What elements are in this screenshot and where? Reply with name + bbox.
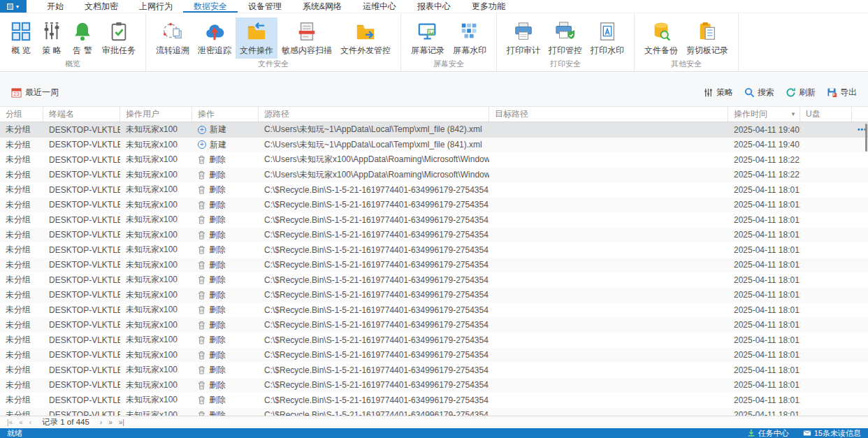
column-header-operation[interactable]: 操作 <box>192 107 259 122</box>
table-row[interactable]: 未分组DESKTOP-VLKTLE1未知玩家x100删除C:\$Recycle.… <box>0 393 868 408</box>
ribbon-item-overview[interactable]: 概 览 <box>6 17 36 59</box>
ribbon-item-file-operations[interactable]: 文件操作 <box>236 17 277 59</box>
tab-start[interactable]: 开始 <box>36 0 74 13</box>
column-header-source-path[interactable]: 源路径 <box>259 107 489 122</box>
column-header-target-path[interactable]: 目标路径 <box>489 107 728 122</box>
cell-terminal: DESKTOP-VLKTLE1 <box>43 260 120 270</box>
table-row[interactable]: 未分组DESKTOP-VLKTLE1未知玩家x100删除C:\$Recycle.… <box>0 363 868 378</box>
first-page-button[interactable]: |« <box>6 418 14 426</box>
tab-more-features[interactable]: 更多功能 <box>461 0 516 13</box>
prev-page-button[interactable]: ‹ <box>28 418 33 426</box>
column-header-terminal[interactable]: 终端名 <box>43 107 120 122</box>
cell-operation-time: 2025-04-11 18:01:38 <box>728 185 800 195</box>
table-row[interactable]: 未分组DESKTOP-VLKTLE1未知玩家x100删除C:\$Recycle.… <box>0 212 868 228</box>
table-row[interactable]: 未分组DESKTOP-VLKTLE1未知玩家x100删除C:\$Recycle.… <box>0 198 868 213</box>
column-header-time[interactable]: 操作时间▼ <box>728 107 800 122</box>
table-row[interactable]: 未分组DESKTOP-VLKTLE1未知玩家x100删除C:\$Recycle.… <box>0 272 868 288</box>
table-row[interactable]: 未分组DESKTOP-VLKTLE1未知玩家x100+新建C:\Users\未知… <box>0 138 868 153</box>
fast-forward-button[interactable]: » <box>107 418 114 426</box>
task-center-button[interactable]: 任务中心 <box>747 428 789 438</box>
column-header-group[interactable]: 分组 <box>0 107 43 122</box>
policy-button[interactable]: 策略 <box>703 87 733 98</box>
column-header-user[interactable]: 操作用户 <box>120 107 192 122</box>
ribbon-item-circulation-trace[interactable]: 流转追溯 <box>152 17 194 59</box>
column-header-usb[interactable]: U盘 <box>800 107 852 122</box>
table-row[interactable]: 未分组DESKTOP-VLKTLE1未知玩家x100删除C:\Users\未知玩… <box>0 168 868 183</box>
cell-user: 未知玩家x100 <box>120 214 192 226</box>
vertical-scrollbar[interactable] <box>865 124 867 152</box>
cell-group: 未分组 <box>0 364 43 376</box>
tab-report-center[interactable]: 报表中心 <box>407 0 461 13</box>
table-row[interactable]: 未分组DESKTOP-VLKTLE1未知玩家x100删除C:\Users\未知玩… <box>0 152 868 168</box>
cell-operation-time: 2025-04-11 18:01:38 <box>728 320 800 330</box>
cell-operation-time: 2025-04-11 18:22:13 <box>728 170 800 180</box>
search-button[interactable]: 搜索 <box>744 87 774 98</box>
ribbon-item-print-audit[interactable]: 打印审计 <box>502 17 544 59</box>
cell-operation-time: 2025-04-11 18:22:13 <box>728 155 800 165</box>
table-row[interactable]: 未分组DESKTOP-VLKTLE1未知玩家x100删除C:\$Recycle.… <box>0 258 868 273</box>
ribbon-item-sensitive-content-scan[interactable]: 敏感内容扫描 <box>277 17 336 59</box>
cell-source-path: C:\$Recycle.Bin\S-1-5-21-1619774401-6349… <box>259 215 489 225</box>
cell-terminal: DESKTOP-VLKTLE1 <box>43 245 120 255</box>
table-row[interactable]: 未分组DESKTOP-VLKTLE1未知玩家x100删除C:\$Recycle.… <box>0 333 868 348</box>
ribbon-item-screen-recording[interactable]: 屏幕记录 <box>407 17 449 59</box>
ribbon-item-label: 策 略 <box>42 45 61 57</box>
ribbon-item-file-backup[interactable]: 文件备份 <box>640 17 682 59</box>
cell-terminal: DESKTOP-VLKTLE1 <box>43 185 120 195</box>
cell-operation-time: 2025-04-11 18:01:38 <box>728 410 800 416</box>
table-row[interactable]: 未分组DESKTOP-VLKTLE1未知玩家x100删除C:\$Recycle.… <box>0 302 868 318</box>
table-row[interactable]: 未分组DESKTOP-VLKTLE1未知玩家x100删除C:\$Recycle.… <box>0 318 868 333</box>
ribbon-item-leak-tracking[interactable]: 泄密追踪 <box>194 17 236 59</box>
fast-back-button[interactable]: « <box>17 418 24 426</box>
tab-ops-center[interactable]: 运维中心 <box>352 0 407 13</box>
unread-messages-button[interactable]: 15条未读信息 <box>803 428 861 438</box>
app-menu-button[interactable]: ▼ <box>0 0 27 13</box>
export-button[interactable]: 导出 <box>827 87 857 98</box>
ribbon-item-approval-tasks[interactable]: 审批任务 <box>98 17 140 59</box>
table-row[interactable]: 未分组DESKTOP-VLKTLE1未知玩家x100删除C:\$Recycle.… <box>0 408 868 416</box>
tab-doc-encryption[interactable]: 文档加密 <box>74 0 129 13</box>
folder-export-arrow-icon <box>354 20 377 43</box>
table-row[interactable]: 未分组DESKTOP-VLKTLE1未知玩家x100删除C:\$Recycle.… <box>0 242 868 258</box>
ribbon-item-clipboard-records[interactable]: 剪切板记录 <box>682 17 732 59</box>
ribbon-item-print-watermark[interactable]: 打印水印 <box>586 17 628 59</box>
ribbon-item-policy[interactable]: 策 略 <box>36 17 67 59</box>
cell-operation: 删除 <box>192 229 259 241</box>
chevron-down-icon: ▼ <box>15 4 20 9</box>
last-page-button[interactable]: »| <box>117 418 126 426</box>
refresh-button[interactable]: 刷新 <box>786 87 816 98</box>
table-row[interactable]: 未分组DESKTOP-VLKTLE1未知玩家x100删除C:\$Recycle.… <box>0 378 868 393</box>
next-page-button[interactable]: › <box>99 418 103 426</box>
tab-web-behavior[interactable]: 上网行为 <box>129 0 183 13</box>
new-file-icon: + <box>198 140 206 149</box>
date-range-filter[interactable]: 23 最近一周 <box>11 87 59 98</box>
ribbon-item-print-control[interactable]: 打印管控 <box>544 17 586 59</box>
ribbon-item-label: 流转追溯 <box>156 45 189 57</box>
cell-user: 未知玩家x100 <box>120 319 192 331</box>
ribbon-group-print-security: 打印审计 打印管控 打印水印 打印安全 <box>497 13 635 71</box>
cell-operation-time: 2025-04-11 19:40:27 <box>728 140 800 149</box>
table-row[interactable]: 未分组DESKTOP-VLKTLE1未知玩家x100删除C:\$Recycle.… <box>0 182 868 198</box>
table-row[interactable]: 未分组DESKTOP-VLKTLE1未知玩家x100+新建C:\Users\未知… <box>0 122 868 138</box>
table-row[interactable]: 未分组DESKTOP-VLKTLE1未知玩家x100删除C:\$Recycle.… <box>0 348 868 363</box>
calendar-icon: 23 <box>11 87 22 98</box>
cell-terminal: DESKTOP-VLKTLE1 <box>43 290 120 300</box>
cell-source-path: C:\$Recycle.Bin\S-1-5-21-1619774401-6349… <box>259 320 489 330</box>
delete-trash-icon <box>198 365 205 374</box>
time-filter-arrow-icon[interactable]: ▼ <box>790 107 796 122</box>
ribbon-item-label: 剪切板记录 <box>686 45 728 57</box>
table-row[interactable]: 未分组DESKTOP-VLKTLE1未知玩家x100删除C:\$Recycle.… <box>0 228 868 243</box>
ribbon-item-file-outgoing-control[interactable]: 文件外发管控 <box>336 17 395 59</box>
cell-terminal: DESKTOP-VLKTLE1 <box>43 140 120 149</box>
ribbon-item-alerts[interactable]: 告 警 <box>67 17 98 59</box>
mail-icon <box>803 429 811 437</box>
cell-user: 未知玩家x100 <box>120 139 192 151</box>
table-row[interactable]: 未分组DESKTOP-VLKTLE1未知玩家x100删除C:\$Recycle.… <box>0 288 868 303</box>
cell-operation-time: 2025-04-11 18:01:38 <box>728 335 800 345</box>
tab-system-network[interactable]: 系统&网络 <box>292 0 352 13</box>
tab-device-management[interactable]: 设备管理 <box>238 0 292 13</box>
cell-operation: 删除 <box>192 349 259 361</box>
ribbon-item-screen-watermark[interactable]: 屏幕水印 <box>449 17 491 59</box>
tab-data-security[interactable]: 数据安全 <box>183 0 238 13</box>
cell-terminal: DESKTOP-VLKTLE1 <box>43 320 120 330</box>
